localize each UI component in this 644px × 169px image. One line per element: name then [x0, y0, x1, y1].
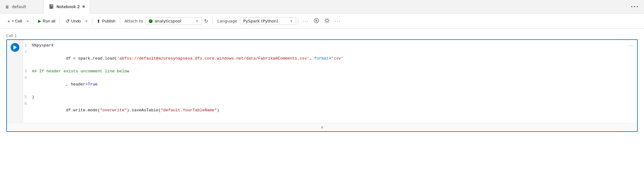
code-line-5: 5 ): [23, 94, 633, 101]
line-num-3: 3: [23, 68, 32, 75]
language-dropdown[interactable]: PySpark (Python) ∨: [240, 17, 296, 25]
cell-code-editor[interactable]: 1 %%pyspark 2 df = spark.read.load('abfs…: [23, 40, 637, 123]
line-num-1: 1: [23, 42, 32, 49]
attach-to-dropdown[interactable]: analyticspool ∨: [145, 17, 202, 25]
code-line-4: 4 , header=True: [23, 75, 633, 94]
code-line-3: 3 ## If header exists uncomment line bel…: [23, 68, 633, 75]
tab-default-label: default: [12, 4, 26, 9]
cell-code-wrapper: 1 %%pyspark 2 df = spark.read.load('abfs…: [23, 40, 637, 123]
language-value: PySpark (Python): [243, 19, 278, 23]
pool-name: analyticspool: [154, 19, 181, 23]
code-text-1: %%pyspark: [32, 42, 633, 49]
plus-icon: +: [7, 19, 10, 24]
line-num-4: 4: [23, 75, 32, 81]
svg-point-1: [316, 20, 317, 21]
cell-1: 1 %%pyspark 2 df = spark.read.load('abfs…: [6, 39, 638, 132]
publish-label: Publish: [102, 19, 115, 23]
collapse-cell-button[interactable]: ∧: [318, 124, 326, 130]
attach-chevron-icon: ∨: [196, 19, 198, 23]
code-line-1: 1 %%pyspark: [23, 42, 633, 49]
code-text-5: ): [32, 94, 633, 101]
publish-button[interactable]: ⬆ Publish: [94, 17, 118, 25]
line-num-6: 6: [23, 101, 32, 107]
code-text-4: , header=True: [32, 75, 633, 94]
add-cell-button[interactable]: + + Cell: [5, 17, 25, 25]
language-chevron-icon: ∨: [290, 19, 292, 23]
cell-btn-label: + Cell: [12, 19, 22, 23]
tab-bar: 🖥 default 📓 Notebook 2 ···: [0, 0, 644, 14]
run-all-label: Run all: [43, 19, 55, 23]
cell-group: + + Cell ∨: [4, 17, 32, 25]
run-all-icon: ▶: [38, 19, 41, 23]
tab-notebook2-unsaved-dot: [82, 5, 85, 8]
toolbar-more-button-2[interactable]: ···: [332, 17, 343, 26]
cell-run-panel: [7, 40, 23, 123]
divider-3: [92, 17, 92, 25]
divider-2: [60, 17, 60, 25]
cell-chevron-button[interactable]: ∨: [25, 17, 30, 25]
animate-icon-button[interactable]: [311, 16, 322, 27]
divider-6: [298, 17, 298, 25]
run-all-button[interactable]: ▶ Run all: [36, 17, 58, 25]
refresh-button[interactable]: ↻: [202, 17, 211, 26]
undo-label: Undo: [71, 19, 81, 23]
run-cell-button[interactable]: [11, 43, 19, 52]
animate-icon: [313, 17, 320, 24]
toolbar: + + Cell ∨ ▶ Run all ↺ Undo ∨ ⬆ Publish …: [0, 14, 644, 29]
tab-notebook2-label: Notebook 2: [56, 4, 80, 9]
cell-more-button[interactable]: ···: [629, 43, 635, 49]
tab-default-icon: 🖥: [5, 4, 9, 9]
toolbar-more-button-1[interactable]: ···: [300, 17, 311, 26]
publish-icon: ⬆: [97, 19, 100, 24]
line-num-2: 2: [23, 49, 32, 56]
divider-1: [33, 17, 34, 25]
line-num-5: 5: [23, 94, 32, 101]
tab-notebook2[interactable]: 📓 Notebook 2: [44, 0, 90, 14]
settings-icon-button[interactable]: [322, 16, 332, 27]
code-line-2: 2 df = spark.read.load('abfss://default@…: [23, 49, 633, 68]
tab-bar-more-button[interactable]: ···: [626, 0, 644, 13]
undo-icon: ↺: [66, 18, 70, 24]
divider-4: [120, 17, 120, 25]
divider-5: [212, 17, 213, 25]
tab-default[interactable]: 🖥 default: [0, 0, 44, 13]
tab-notebook2-icon: 📓: [49, 4, 54, 9]
code-text-6: df.write.mode("overwrite").saveAsTable("…: [32, 101, 633, 120]
undo-button[interactable]: ↺ Undo: [63, 17, 83, 26]
undo-chevron-button[interactable]: ∨: [84, 17, 89, 25]
language-label: Language: [215, 19, 240, 23]
cell-1-label: Cell 1: [6, 34, 638, 38]
cell-footer: ∧: [7, 123, 637, 131]
undo-group: ↺ Undo ∨: [62, 17, 90, 26]
settings-icon: [324, 17, 330, 24]
pool-status-icon: [149, 19, 153, 23]
cell-1-body: 1 %%pyspark 2 df = spark.read.load('abfs…: [7, 40, 637, 123]
content-area: Cell 1 1 %%pyspark 2: [0, 29, 644, 169]
code-text-2: df = spark.read.load('abfss://default@az…: [32, 49, 633, 68]
code-text-3: ## If header exists uncomment line below: [32, 68, 633, 75]
code-line-6: 6 df.write.mode("overwrite").saveAsTable…: [23, 101, 633, 120]
attach-to-label: Attach to: [122, 19, 145, 23]
